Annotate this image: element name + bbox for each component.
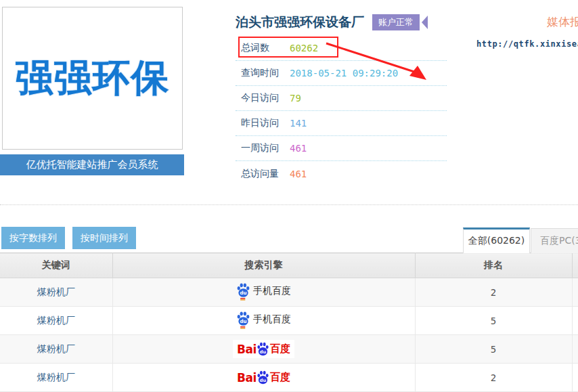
stat-label: 昨日访问 [241, 117, 290, 129]
column-header-engine: 搜索引擎 [112, 253, 415, 278]
system-banner: 亿优托智能建站推广会员系统 [0, 154, 184, 175]
table-row: 煤粉机厂 du 手机百度 5 [0, 307, 578, 335]
company-logo: 强强环保 [2, 7, 183, 150]
baidu-pc-logo: Bai du 百度 [233, 340, 294, 358]
column-header-keyword: 关键词 [0, 253, 112, 278]
baidu-mobile-icon: du [236, 282, 250, 301]
badge-arrow-icon [422, 16, 428, 29]
page: 强强环保 亿优托智能建站推广会员系统 泊头市强强环保设备厂 账户正常 媒体报道 … [0, 0, 578, 392]
baidu-logo-bai: Bai [237, 343, 257, 356]
tab-all[interactable]: 全部(60262) [463, 227, 530, 253]
tab-baidu-pc[interactable]: 百度PC(30 [531, 228, 578, 253]
page-title: 泊头市强强环保设备厂 [236, 14, 364, 31]
svg-text:du: du [240, 290, 246, 296]
table-row: 煤粉机厂 Bai du 百度 2 [0, 364, 578, 392]
rank-value: 5 [491, 344, 496, 355]
column-header-extra [572, 253, 578, 278]
company-logo-text: 强强环保 [16, 53, 170, 104]
engine-cell: du 手机百度 [236, 311, 291, 329]
stat-value: 79 [290, 93, 301, 104]
keyword-table: 关键词 搜索引擎 排名 煤粉机厂 du [0, 253, 578, 392]
engine-name: 手机百度 [253, 313, 291, 326]
baidu-mobile-icon: du [236, 311, 250, 329]
baidu-logo-cn: 百度 [270, 371, 290, 384]
keyword-link[interactable]: 煤粉机厂 [37, 372, 75, 383]
stat-label: 查询时间 [241, 67, 290, 79]
rank-value: 5 [491, 315, 496, 326]
baidu-logo-cn: 百度 [270, 343, 290, 355]
svg-text:du: du [240, 318, 246, 324]
rank-value: 2 [491, 372, 496, 383]
stat-label: 今日访问 [241, 92, 290, 104]
stat-row-week-visits: 一周访问 461 [236, 136, 447, 161]
engine-name: 手机百度 [253, 285, 291, 297]
stat-row-today-visits: 今日访问 79 [236, 86, 447, 111]
stat-value: 461 [290, 143, 307, 154]
stat-label: 总访问量 [241, 168, 290, 180]
keyword-link[interactable]: 煤粉机厂 [37, 315, 75, 326]
stat-value: 141 [290, 118, 307, 129]
column-header-rank: 排名 [415, 253, 572, 278]
keyword-link[interactable]: 煤粉机厂 [37, 343, 75, 354]
media-link[interactable]: 媒体报道 [547, 14, 578, 30]
status-badge: 账户正常 [372, 14, 420, 30]
page-header: 泊头市强强环保设备厂 账户正常 [236, 14, 428, 31]
stat-row-total-visits: 总访问量 461 [236, 161, 447, 186]
baidu-logo-bai: Bai [237, 371, 257, 385]
sort-by-words-button[interactable]: 按字数排列 [1, 227, 65, 249]
svg-text:du: du [260, 349, 267, 355]
baidu-pc-icon: du [257, 341, 269, 357]
keyword-link[interactable]: 煤粉机厂 [37, 286, 75, 297]
site-url-link[interactable]: http://qtfk.xinxisea. [476, 39, 578, 49]
baidu-pc-logo: Bai du 百度 [233, 368, 294, 387]
table-row: 煤粉机厂 Bai du 百度 5 [0, 335, 578, 364]
rank-value: 2 [491, 287, 496, 298]
stat-label: 一周访问 [241, 142, 290, 154]
baidu-pc-icon: du [257, 370, 269, 385]
red-arrow-annotation [319, 38, 438, 87]
sort-by-time-button[interactable]: 按时间排列 [72, 227, 136, 249]
engine-cell: du 手机百度 [236, 282, 291, 301]
table-row: 煤粉机厂 du 手机百度 2 [0, 278, 578, 307]
section-divider [0, 204, 578, 205]
stat-value: 461 [290, 169, 307, 179]
table-header-row: 关键词 搜索引擎 排名 [0, 253, 578, 278]
stat-row-yesterday-visits: 昨日访问 141 [236, 111, 447, 136]
svg-text:du: du [260, 378, 267, 383]
